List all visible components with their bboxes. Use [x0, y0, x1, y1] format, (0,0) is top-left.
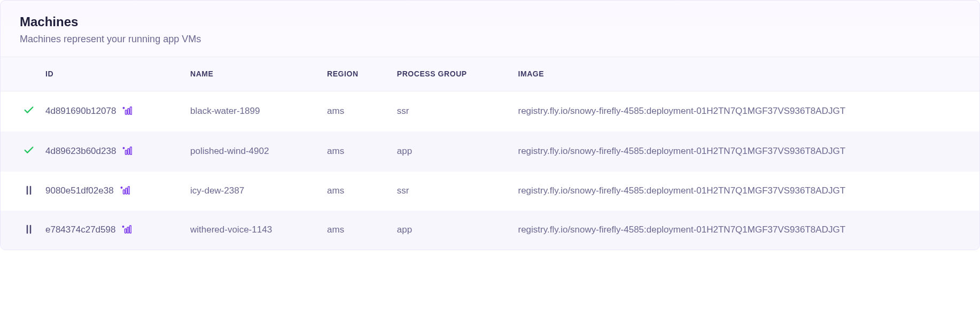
name-cell[interactable]: icy-dew-2387 — [180, 172, 316, 211]
name-cell[interactable]: withered-voice-1143 — [180, 211, 316, 250]
id-cell: 4d891690b12078 — [35, 91, 180, 131]
region-cell: ams — [316, 91, 386, 131]
svg-rect-12 — [126, 188, 127, 194]
status-cell — [1, 91, 35, 131]
extra-cell: s — [970, 131, 979, 172]
table-row[interactable]: 4d891690b12078black-water-1899amsssrregi… — [1, 91, 979, 131]
table-row[interactable]: 4d89623b60d238polished-wind-4902amsappre… — [1, 131, 979, 172]
svg-point-16 — [122, 226, 125, 228]
svg-point-10 — [120, 187, 122, 189]
svg-rect-1 — [126, 110, 127, 114]
metrics-button[interactable] — [121, 105, 133, 117]
col-image[interactable]: IMAGE — [508, 57, 970, 91]
machine-id[interactable]: 9080e51df02e38 — [45, 185, 114, 196]
svg-rect-3 — [130, 107, 132, 114]
svg-rect-5 — [126, 150, 127, 154]
check-icon — [23, 104, 35, 116]
svg-rect-19 — [130, 226, 131, 233]
image-cell: registry.fly.io/snowy-firefly-4585:deplo… — [508, 172, 970, 211]
image-cell: registry.fly.io/snowy-firefly-4585:deplo… — [508, 211, 970, 250]
table-header-row: ID NAME REGION PROCESS GROUP IMAGE S — [1, 57, 979, 91]
svg-rect-7 — [130, 147, 132, 154]
process-group-cell: app — [386, 211, 508, 250]
col-status — [1, 57, 35, 91]
panel-header: Machines Machines represent your running… — [1, 1, 979, 57]
status-cell — [1, 211, 35, 250]
check-icon — [23, 144, 35, 156]
svg-rect-2 — [128, 109, 129, 114]
table-row[interactable]: 9080e51df02e38icy-dew-2387amsssrregistry… — [1, 172, 979, 211]
svg-rect-18 — [127, 227, 129, 233]
region-cell: ams — [316, 211, 386, 250]
image-cell: registry.fly.io/snowy-firefly-4585:deplo… — [508, 91, 970, 131]
col-region[interactable]: REGION — [316, 57, 386, 91]
extra-cell: s — [970, 172, 979, 211]
process-group-cell: app — [386, 131, 508, 172]
id-cell: 9080e51df02e38 — [35, 172, 180, 211]
bar-chart-icon — [122, 225, 131, 236]
region-cell: ams — [316, 131, 386, 172]
metrics-button[interactable] — [119, 185, 131, 197]
panel-subtitle: Machines represent your running app VMs — [20, 34, 960, 45]
machines-table: ID NAME REGION PROCESS GROUP IMAGE S 4d8… — [1, 57, 979, 250]
metrics-button[interactable] — [121, 224, 133, 236]
svg-rect-11 — [123, 190, 125, 194]
bar-chart-icon — [122, 106, 132, 117]
pause-icon — [23, 223, 35, 235]
col-process-group[interactable]: PROCESS GROUP — [386, 57, 508, 91]
svg-rect-13 — [128, 187, 129, 194]
name-cell[interactable]: polished-wind-4902 — [180, 131, 316, 172]
process-group-cell: ssr — [386, 91, 508, 131]
machine-id[interactable]: 4d89623b60d238 — [45, 146, 116, 157]
bar-chart-icon — [122, 146, 132, 157]
col-id[interactable]: ID — [35, 57, 180, 91]
status-cell — [1, 172, 35, 211]
pause-icon — [23, 184, 35, 196]
svg-rect-6 — [128, 149, 129, 154]
process-group-cell: ssr — [386, 172, 508, 211]
table-row[interactable]: e784374c27d598withered-voice-1143amsappr… — [1, 211, 979, 250]
metrics-button[interactable] — [121, 145, 133, 157]
svg-point-0 — [123, 107, 125, 109]
id-cell: 4d89623b60d238 — [35, 131, 180, 172]
id-cell: e784374c27d598 — [35, 211, 180, 250]
svg-point-4 — [123, 147, 125, 149]
extra-cell: s — [970, 211, 979, 250]
name-cell[interactable]: black-water-1899 — [180, 91, 316, 131]
image-cell: registry.fly.io/snowy-firefly-4585:deplo… — [508, 131, 970, 172]
svg-rect-17 — [125, 229, 127, 233]
col-extra[interactable]: S — [970, 57, 979, 91]
panel-title: Machines — [20, 14, 960, 29]
bar-chart-icon — [120, 185, 130, 197]
region-cell: ams — [316, 172, 386, 211]
machines-panel: Machines Machines represent your running… — [0, 0, 980, 250]
table-scroll-container[interactable]: ID NAME REGION PROCESS GROUP IMAGE S 4d8… — [1, 57, 979, 250]
status-cell — [1, 131, 35, 172]
machine-id[interactable]: e784374c27d598 — [45, 225, 115, 235]
machine-id[interactable]: 4d891690b12078 — [45, 106, 116, 117]
col-name[interactable]: NAME — [180, 57, 316, 91]
extra-cell: s — [970, 91, 979, 131]
